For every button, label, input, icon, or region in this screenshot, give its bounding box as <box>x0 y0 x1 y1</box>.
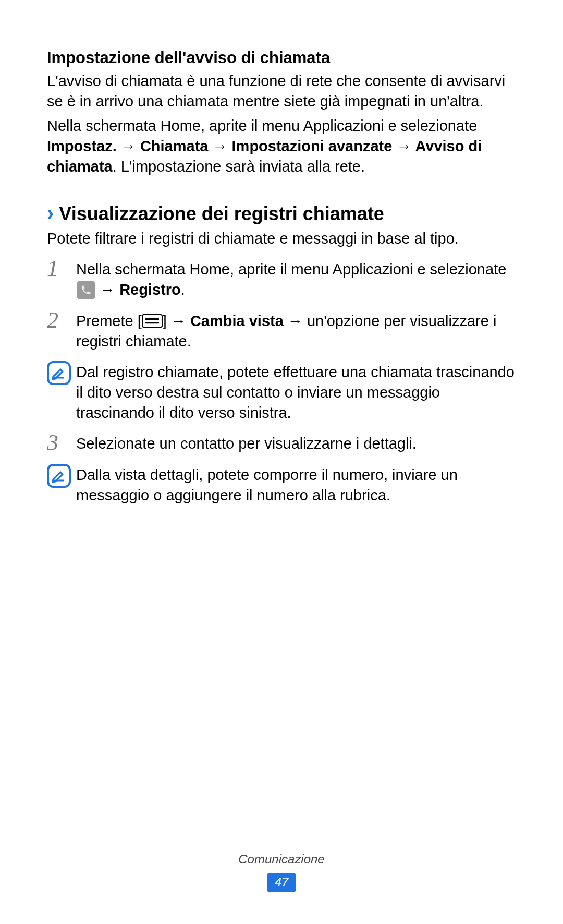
step-number: 2 <box>47 309 76 332</box>
path-chiamata: Chiamata <box>140 138 209 154</box>
path-registro: Registro <box>119 281 181 298</box>
text-fragment: Nella schermata Home, aprite il menu App… <box>47 117 477 134</box>
arrow-icon: → <box>208 138 231 154</box>
text-fragment: . <box>181 281 185 298</box>
step-number: 1 <box>47 257 76 280</box>
arrow-icon: → <box>96 281 119 298</box>
note-body: Dal registro chiamate, potete effettuare… <box>76 361 516 423</box>
svg-rect-5 <box>48 465 70 487</box>
page-number-badge: 47 <box>267 873 296 892</box>
text-fragment: . L'impostazione sarà inviata alla rete. <box>113 158 365 175</box>
phone-icon <box>77 281 95 299</box>
step-body: Premete [ ] → Cambia vista → un'opzione … <box>76 310 516 352</box>
text-fragment: ] → <box>163 313 190 329</box>
arrow-icon: → <box>117 138 140 154</box>
note-details: Dalla vista dettagli, potete comporre il… <box>47 464 516 506</box>
note-swipe: Dal registro chiamate, potete effettuare… <box>47 361 516 423</box>
note-body: Dalla vista dettagli, potete comporre il… <box>76 464 516 506</box>
paragraph-call-waiting-path: Nella schermata Home, aprite il menu App… <box>47 116 516 177</box>
path-impostaz: Impostaz. <box>47 138 117 154</box>
step-number: 3 <box>47 431 76 454</box>
paragraph-call-waiting-desc: L'avviso di chiamata è una funzione di r… <box>47 71 516 112</box>
path-impostazioni-avanzate: Impostazioni avanzate <box>232 138 393 154</box>
page-footer: Comunicazione 47 <box>0 851 563 892</box>
step-2: 2 Premete [ ] → Cambia vista → un'opzion… <box>47 310 516 352</box>
menu-key-icon <box>142 314 163 328</box>
heading-call-logs: › Visualizzazione dei registri chiamate <box>47 201 516 227</box>
step-3: 3 Selezionate un contatto per visualizza… <box>47 433 516 454</box>
step-1: 1 Nella schermata Home, aprite il menu A… <box>47 258 516 300</box>
note-icon-wrap <box>47 464 76 488</box>
step-body: Nella schermata Home, aprite il menu App… <box>76 258 516 300</box>
note-icon-wrap <box>47 361 76 385</box>
svg-rect-0 <box>142 315 162 327</box>
text-fragment: Premete [ <box>76 313 142 329</box>
note-pencil-icon <box>47 464 71 488</box>
text-fragment: Nella schermata Home, aprite il menu App… <box>76 261 506 278</box>
step-body: Selezionate un contatto per visualizzarn… <box>76 433 516 454</box>
svg-rect-3 <box>48 362 70 384</box>
heading-call-waiting: Impostazione dell'avviso di chiamata <box>47 47 516 69</box>
svg-rect-1 <box>145 318 159 320</box>
arrow-icon: → <box>392 138 415 154</box>
paragraph-call-logs-intro: Potete filtrare i registri di chiamate e… <box>47 229 516 249</box>
note-pencil-icon <box>47 361 71 385</box>
heading-call-logs-text: Visualizzazione dei registri chiamate <box>59 201 384 227</box>
caret-icon: › <box>47 205 54 221</box>
path-cambia-vista: Cambia vista <box>190 313 284 329</box>
footer-section-label: Comunicazione <box>0 851 563 868</box>
